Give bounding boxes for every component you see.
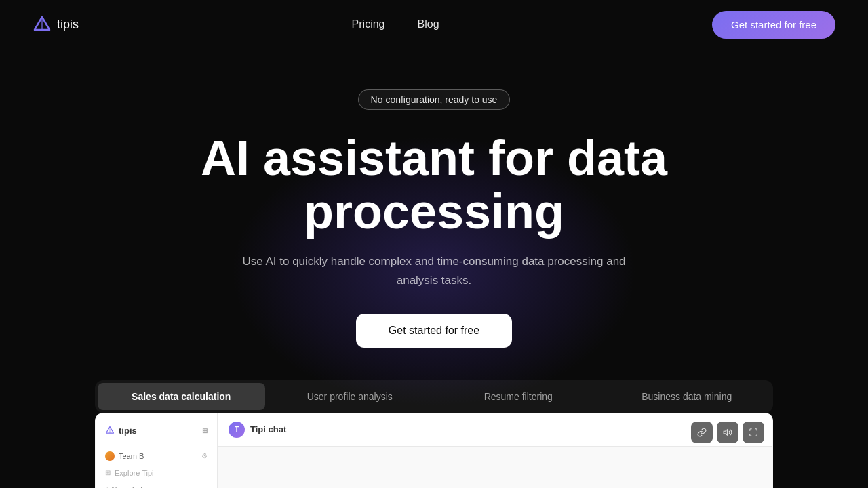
tabs-section: Sales data calculation User profile anal… [95,380,773,413]
nav-blog[interactable]: Blog [418,18,439,30]
tabs-bar: Sales data calculation User profile anal… [95,380,773,413]
preview-inner: tipis ⊞ Team B ⚙ ⊞ Explore Tipi + New ch… [96,413,772,488]
preview-chat-avatar: T [229,422,245,438]
logo-text: tipis [57,18,79,32]
link-icon [697,428,707,437]
svg-marker-2 [724,430,727,435]
preview-link-btn[interactable] [691,422,713,443]
preview-sidebar-brand-text: tipis [119,426,137,436]
logo[interactable]: tipis [33,15,79,34]
tab-business-data[interactable]: Business data mining [604,383,771,410]
preview-team-settings: ⚙ [201,452,208,460]
preview-team-avatar [105,451,115,461]
preview-main: T Tipi chat [218,413,772,488]
preview-team-row: Team B ⚙ [96,447,217,465]
hero-section: No configuration, ready to use AI assist… [0,49,868,380]
hero-subtitle: Use AI to quickly handle complex and tim… [224,252,644,289]
volume-icon [723,428,732,437]
preview-explore-row: ⊞ Explore Tipi [96,465,217,481]
preview-chat-header: T Tipi chat [218,413,772,447]
logo-icon [33,15,52,34]
preview-window: tipis ⊞ Team B ⚙ ⊞ Explore Tipi + New ch… [95,413,773,488]
hero-badge: No configuration, ready to use [358,89,511,110]
preview-action-buttons [691,422,764,443]
preview-new-chat-label: + New chat [105,485,142,488]
preview-sidebar-brand: tipis ⊞ [96,422,217,443]
preview-sidebar-logo-icon [105,426,115,435]
preview-new-chat[interactable]: + New chat [96,481,217,488]
nav-links: Pricing Blog [352,18,439,30]
preview-audio-btn[interactable] [717,422,738,443]
navbar: tipis Pricing Blog Get started for free [0,0,868,49]
tab-sales-data[interactable]: Sales data calculation [98,383,265,410]
preview-fullscreen-btn[interactable] [743,422,764,443]
tab-resume-filtering[interactable]: Resume filtering [435,383,602,410]
nav-cta-button[interactable]: Get started for free [712,11,835,39]
preview-sidebar: tipis ⊞ Team B ⚙ ⊞ Explore Tipi + New ch… [96,413,218,488]
preview-sidebar-icon-btn: ⊞ [202,427,208,434]
nav-pricing[interactable]: Pricing [352,18,385,30]
hero-cta-button[interactable]: Get started for free [356,314,512,348]
tab-user-profile[interactable]: User profile analysis [267,383,434,410]
fullscreen-icon [749,428,758,437]
preview-chat-title: Tipi chat [250,424,286,434]
preview-team-left: Team B [105,451,144,461]
preview-team-label: Team B [119,452,144,460]
hero-title: AI assistant for data processing [129,131,739,239]
preview-explore-label: Explore Tipi [115,469,153,477]
